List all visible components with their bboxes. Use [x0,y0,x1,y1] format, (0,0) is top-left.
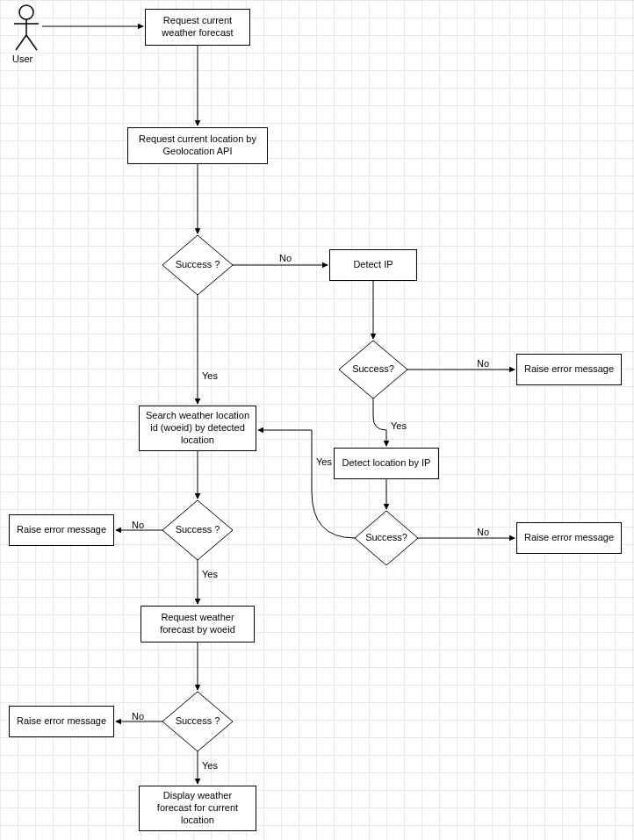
node-display-forecast: Display weather forecast for current loc… [139,786,256,831]
node-request-by-woeid: Request weather forecast by woeid [140,606,255,643]
node-raise-error-4: Raise error message [9,706,114,737]
node-detect-loc-by-ip: Detect location by IP [334,448,439,479]
actor-user: User [9,4,44,61]
node-request-forecast: Request current weather forecast [145,9,250,46]
decision-ip-success: Success? [339,341,407,398]
label-d1-no: No [279,253,292,263]
decision-forecast-success: Success ? [162,692,233,751]
label-d4-yes: Yes [202,569,218,579]
flowchart-canvas: User Request current weather forecast Re… [0,0,634,840]
label-d2-yes: Yes [391,420,407,431]
label-d3-no: No [477,527,489,537]
label-d1-yes: Yes [202,370,218,381]
label-d3-yes: Yes [316,456,332,467]
actor-label: User [12,54,32,64]
node-detect-ip: Detect IP [329,249,417,281]
node-request-geolocation: Request current location by Geolocation … [127,127,268,164]
label-d2-no: No [477,358,489,369]
decision-loc-by-ip-success: Success? [355,511,418,565]
node-raise-error-3: Raise error message [9,514,114,546]
node-raise-error-1: Raise error message [516,354,622,385]
svg-line-4 [26,35,37,50]
decision-geo-success: Success ? [162,235,233,295]
svg-point-0 [19,5,33,19]
label-d5-yes: Yes [202,760,218,771]
node-raise-error-2: Raise error message [516,522,622,554]
node-search-woeid: Search weather location id (woeid) by de… [139,406,256,451]
svg-line-3 [16,35,26,50]
label-d4-no: No [132,520,144,530]
decision-woeid-success: Success ? [162,500,233,560]
label-d5-no: No [132,711,144,722]
